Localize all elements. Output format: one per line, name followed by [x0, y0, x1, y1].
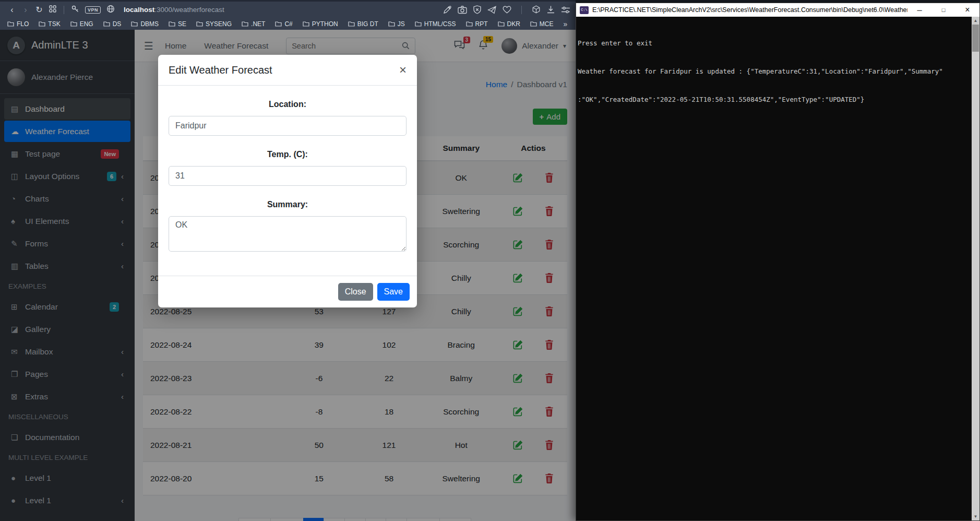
folder-icon [131, 21, 138, 27]
key-icon[interactable] [68, 5, 82, 15]
temp-label: Temp. (C): [169, 150, 407, 159]
bookmark-item[interactable]: TSK [39, 20, 60, 28]
folder-icon [242, 21, 248, 27]
bookmarks-bar: FLO TSK ENG DS [0, 18, 576, 30]
bookmark-label: JS [398, 20, 405, 28]
bookmark-item[interactable]: FLO [7, 20, 29, 28]
pin-edit-icon[interactable] [443, 5, 452, 14]
send-icon[interactable] [487, 6, 497, 14]
console-titlebar[interactable]: C:\ E:\PRACTICE\.NET\SimpleCleanArchV2\s… [576, 3, 979, 17]
browser-chrome: ‹ › ↻ VPN localhost:3000/weatherforecast [0, 0, 576, 30]
bookmark-item[interactable]: DS [103, 20, 122, 28]
scrollbar-thumb[interactable] [972, 25, 979, 52]
bookmark-label: BIG DT [357, 20, 378, 28]
bookmark-item[interactable]: RPT [466, 20, 488, 28]
bookmark-item[interactable]: MCE [530, 20, 554, 28]
summary-label: Summary: [169, 200, 407, 209]
folder-icon [466, 21, 473, 27]
modal-close-icon[interactable]: × [399, 64, 407, 76]
shield-x-icon[interactable] [473, 5, 482, 14]
globe-icon[interactable] [104, 5, 117, 15]
console-window: C:\ E:\PRACTICE\.NET\SimpleCleanArchV2\s… [576, 3, 980, 521]
folder-icon [70, 21, 77, 27]
console-line: :"OK","CreatedDate":"2022-05-21T10:50:31… [578, 96, 971, 103]
folder-icon [169, 21, 175, 27]
folder-icon [7, 21, 14, 27]
bookmark-item[interactable]: .NET [242, 20, 265, 28]
bookmark-label: SE [178, 20, 186, 28]
url-path: :3000/weatherforecast [154, 6, 224, 14]
close-button[interactable]: × [955, 3, 979, 17]
toolbar-divider [521, 6, 522, 14]
folder-icon [498, 21, 505, 27]
bookmark-label: DS [113, 20, 122, 28]
temp-field[interactable] [169, 166, 407, 186]
close-button[interactable]: Close [338, 283, 373, 301]
console-scrollbar[interactable]: ▲ ▼ [972, 17, 979, 520]
modal-title: Edit Weather Forecast [169, 64, 272, 76]
app-page: A AdminLTE 3 Alexander Pierce ▤ Dashboar… [0, 30, 576, 521]
bookmark-item[interactable]: JS [388, 20, 405, 28]
minimize-button[interactable]: ─ [907, 3, 931, 17]
bookmark-label: HTML/CSS [424, 20, 456, 28]
folder-icon [415, 21, 422, 27]
bookmark-label: .NET [251, 20, 265, 28]
folder-icon [348, 21, 355, 27]
bookmark-label: FLO [17, 20, 29, 28]
folder-icon [303, 21, 309, 27]
heart-icon[interactable] [503, 6, 511, 14]
bookmark-item[interactable]: C# [275, 20, 292, 28]
forward-icon[interactable]: › [19, 5, 32, 15]
folder-icon [39, 21, 45, 27]
bookmark-label: MCE [540, 20, 554, 28]
console-line: Press enter to exit [578, 40, 971, 47]
folder-icon [275, 21, 282, 27]
apps-grid-icon[interactable] [46, 5, 59, 15]
folder-icon [530, 21, 537, 27]
bookmark-label: DBMS [140, 20, 159, 28]
browser-toolbar: ‹ › ↻ VPN localhost:3000/weatherforecast [0, 2, 576, 18]
console-line: Weather forecast for Faridpur is updated… [578, 68, 971, 75]
toolbar-divider [64, 6, 64, 14]
bookmark-label: SYSENG [206, 20, 232, 28]
bookmark-label: RPT [475, 20, 488, 28]
console-output: Press enter to exit Weather forecast for… [576, 17, 972, 520]
bookmark-item[interactable]: ENG [70, 20, 93, 28]
address-bar[interactable]: localhost:3000/weatherforecast [124, 6, 224, 14]
settings-sliders-icon[interactable] [561, 6, 570, 14]
download-icon[interactable] [546, 5, 555, 14]
bookmark-label: ENG [80, 20, 93, 28]
camera-icon[interactable] [458, 6, 467, 14]
edit-forecast-modal: Edit Weather Forecast × Location: Temp. … [158, 55, 417, 307]
bookmark-item[interactable]: DBMS [131, 20, 159, 28]
bookmark-item[interactable]: SYSENG [196, 20, 232, 28]
bookmark-item[interactable]: SE [169, 20, 186, 28]
bookmark-item[interactable]: DKR [498, 20, 520, 28]
bookmark-label: C# [284, 20, 292, 28]
browser-window: ‹ › ↻ VPN localhost:3000/weatherforecast [0, 0, 576, 521]
console-title: E:\PRACTICE\.NET\SimpleCleanArchV2\src\S… [592, 6, 907, 14]
url-host: localhost [124, 6, 154, 14]
folder-icon [388, 21, 395, 27]
cmd-icon: C:\ [580, 6, 589, 14]
package-icon[interactable] [532, 5, 541, 14]
bookmark-label: TSK [48, 20, 60, 28]
folder-icon [196, 21, 203, 27]
scroll-up-icon[interactable]: ▲ [972, 17, 979, 25]
summary-field[interactable]: OK [169, 216, 407, 252]
back-icon[interactable]: ‹ [5, 5, 19, 15]
bookmark-label: PYTHON [312, 20, 338, 28]
bookmark-label: DKR [507, 20, 520, 28]
bookmark-item[interactable]: PYTHON [303, 20, 338, 28]
save-button[interactable]: Save [377, 283, 410, 301]
bookmark-item[interactable]: HTML/CSS [415, 20, 456, 28]
folder-icon [103, 21, 110, 27]
location-field[interactable] [169, 116, 407, 136]
screen: ‹ › ↻ VPN localhost:3000/weatherforecast [0, 0, 980, 521]
vpn-badge-icon[interactable]: VPN [85, 6, 101, 14]
bookmarks-overflow-icon[interactable]: » [564, 20, 573, 28]
reload-icon[interactable]: ↻ [32, 5, 46, 15]
scroll-down-icon[interactable]: ▼ [972, 513, 979, 520]
maximize-button[interactable]: □ [931, 3, 955, 17]
bookmark-item[interactable]: BIG DT [348, 20, 378, 28]
